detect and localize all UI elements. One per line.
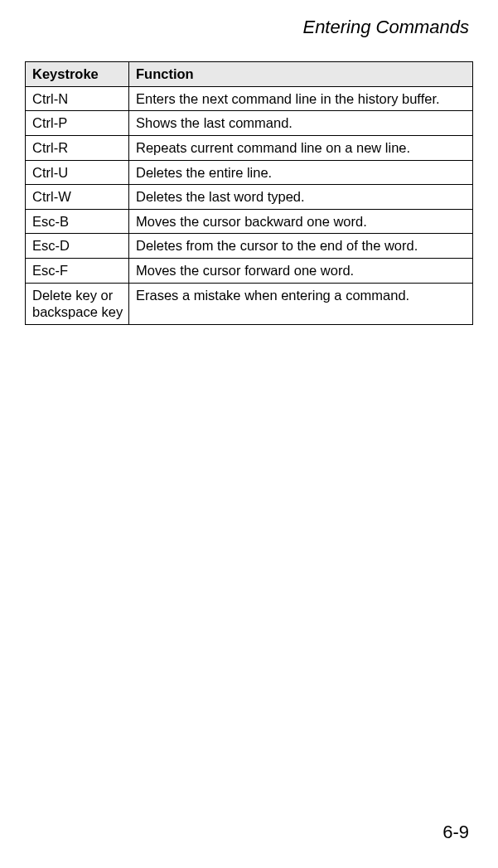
cell-function: Moves the cursor forward one word. xyxy=(129,259,473,284)
page-number: 6-9 xyxy=(442,822,469,843)
cell-keystroke: Ctrl-P xyxy=(26,111,129,136)
cell-function: Repeats current command line on a new li… xyxy=(129,135,473,160)
cell-function: Erases a mistake when entering a command… xyxy=(129,283,473,324)
cell-keystroke: Esc-D xyxy=(26,234,129,259)
table-row: Delete key or backspace key Erases a mis… xyxy=(26,283,473,324)
header-keystroke: Keystroke xyxy=(26,62,129,87)
table-header-row: Keystroke Function xyxy=(26,62,473,87)
table-row: Ctrl-W Deletes the last word typed. xyxy=(26,185,473,210)
cell-keystroke: Ctrl-R xyxy=(26,135,129,160)
cell-function: Moves the cursor backward one word. xyxy=(129,209,473,234)
table-row: Esc-D Deletes from the cursor to the end… xyxy=(26,234,473,259)
cell-function: Deletes from the cursor to the end of th… xyxy=(129,234,473,259)
cell-keystroke: Esc-B xyxy=(26,209,129,234)
table-row: Ctrl-N Enters the next command line in t… xyxy=(26,86,473,111)
table-row: Ctrl-P Shows the last command. xyxy=(26,111,473,136)
table-row: Ctrl-R Repeats current command line on a… xyxy=(26,135,473,160)
cell-keystroke: Ctrl-W xyxy=(26,185,129,210)
cell-keystroke: Ctrl-N xyxy=(26,86,129,111)
header-function: Function xyxy=(129,62,473,87)
table-row: Esc-F Moves the cursor forward one word. xyxy=(26,259,473,284)
cell-function: Shows the last command. xyxy=(129,111,473,136)
cell-function: Deletes the last word typed. xyxy=(129,185,473,210)
cell-keystroke: Esc-F xyxy=(26,259,129,284)
keystroke-table: Keystroke Function Ctrl-N Enters the nex… xyxy=(25,61,473,325)
page-title: Entering Commands xyxy=(25,17,473,38)
cell-function: Enters the next command line in the hist… xyxy=(129,86,473,111)
cell-keystroke: Delete key or backspace key xyxy=(26,283,129,324)
cell-keystroke: Ctrl-U xyxy=(26,160,129,185)
table-row: Esc-B Moves the cursor backward one word… xyxy=(26,209,473,234)
cell-function: Deletes the entire line. xyxy=(129,160,473,185)
table-row: Ctrl-U Deletes the entire line. xyxy=(26,160,473,185)
